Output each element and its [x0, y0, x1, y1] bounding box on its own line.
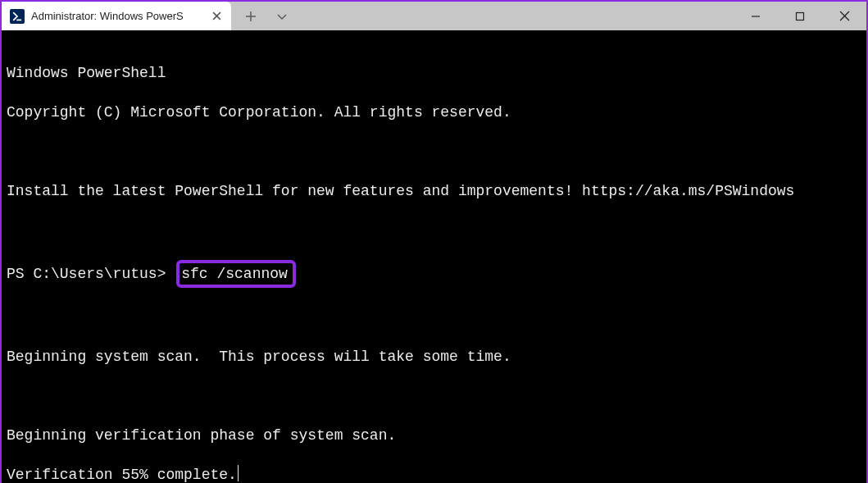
tab-dropdown-button[interactable] — [274, 8, 290, 25]
titlebar[interactable]: Administrator: Windows PowerS — [2, 2, 866, 30]
tab-actions — [231, 2, 302, 30]
terminal-pane[interactable]: Windows PowerShell Copyright (C) Microso… — [2, 30, 866, 483]
terminal-line: Verification 55% complete. — [7, 465, 861, 483]
tab-active[interactable]: Administrator: Windows PowerS — [2, 2, 231, 30]
terminal-line: Beginning system scan. This process will… — [7, 347, 861, 367]
command-text: sfc /scannow — [181, 266, 288, 282]
terminal-line — [7, 386, 861, 406]
maximize-button[interactable] — [778, 2, 822, 30]
prompt-line: PS C:\Users\rutus> sfc /scannow — [7, 260, 861, 288]
new-tab-button[interactable] — [243, 8, 259, 25]
terminal-line — [7, 221, 861, 240]
window-frame: Administrator: Windows PowerS — [0, 0, 868, 483]
prompt-text: PS C:\Users\rutus> — [7, 266, 166, 282]
powershell-icon — [10, 9, 25, 24]
terminal-line: Install the latest PowerShell for new fe… — [7, 181, 861, 201]
cursor-icon — [238, 465, 239, 481]
minimize-button[interactable] — [734, 2, 778, 30]
progress-text: Verification 55% complete. — [7, 467, 237, 483]
terminal-line: Beginning verification phase of system s… — [7, 426, 861, 445]
close-button[interactable] — [822, 2, 866, 30]
svg-rect-6 — [797, 12, 804, 20]
terminal-line — [7, 142, 861, 162]
tab-close-button[interactable] — [208, 8, 225, 25]
command-highlight: sfc /scannow — [176, 260, 296, 288]
tab-title: Administrator: Windows PowerS — [31, 10, 202, 22]
titlebar-spacer[interactable] — [302, 2, 734, 30]
terminal-line: Copyright (C) Microsoft Corporation. All… — [7, 103, 861, 122]
terminal-line — [7, 308, 861, 327]
window-controls — [734, 2, 866, 30]
terminal-line: Windows PowerShell — [7, 63, 861, 83]
